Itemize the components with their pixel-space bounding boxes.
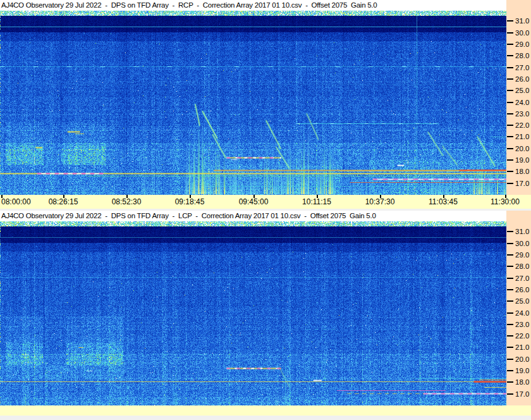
freq-tick-label: 31.0 [515,228,529,235]
time-tick-label: 10:37:30 [365,197,395,206]
freq-tick [507,113,513,114]
freq-tick-label: 24.0 [515,99,529,106]
freq-tick [507,90,513,91]
time-axis-bottom-clipped [0,405,531,416]
time-tick-label: 10:11:15 [302,197,331,206]
time-tick-label: 08:00:00 [1,197,31,206]
freq-tick-label: 26.0 [515,286,529,293]
freq-tick-label: 25.0 [515,297,529,305]
freq-tick-label: 25.0 [515,87,529,94]
freq-tick-label: 26.0 [515,75,529,83]
freq-tick [507,20,513,22]
freq-tick [507,243,513,244]
freq-tick [507,159,513,161]
time-tick-label: 11:30:00 [491,197,520,206]
spectrogram-lcp [0,221,506,405]
freq-tick-label: 30.0 [515,240,529,247]
freq-tick-label: 28.0 [515,262,529,270]
time-tick-label: 08:52:30 [112,197,142,206]
freq-tick [507,78,513,80]
freq-tick [507,300,513,302]
panel-title-lcp: AJ4CO Observatory 29 Jul 2022 - DPS on T… [0,211,506,221]
freq-tick-label: 29.0 [515,251,529,259]
freq-tick [507,370,513,371]
freq-tick-label: 23.0 [515,321,529,328]
freq-tick [507,55,513,56]
freq-tick [507,171,513,172]
frequency-axis-lcp: 31.030.029.028.027.026.025.024.023.022.0… [506,211,531,405]
spectrogram-rcp [0,11,506,195]
frequency-axis-rcp: 31.030.029.028.027.026.025.024.023.022.0… [506,0,531,195]
freq-tick [507,324,513,325]
freq-tick-label: 27.0 [515,275,529,282]
freq-tick [507,393,513,395]
freq-tick-label: 20.0 [515,355,529,363]
freq-tick [507,67,513,68]
freq-tick [507,347,513,348]
time-tick-label: 09:18:45 [175,197,205,206]
freq-tick-label: 21.0 [515,133,529,140]
freq-tick [507,125,513,126]
freq-tick-label: 30.0 [515,29,529,37]
freq-tick [507,312,513,314]
freq-tick [507,266,513,267]
freq-tick [507,44,513,45]
freq-tick [507,289,513,290]
freq-tick-label: 31.0 [515,17,529,25]
freq-tick-label: 21.0 [515,343,529,351]
freq-tick [507,335,513,337]
freq-tick-label: 17.0 [515,390,529,398]
freq-tick [507,148,513,149]
freq-tick [507,254,513,256]
freq-tick-label: 19.0 [515,156,529,164]
freq-tick-label: 18.0 [515,168,529,175]
freq-tick-label: 28.0 [515,52,529,59]
panel-title-rcp: AJ4CO Observatory 29 Jul 2022 - DPS on T… [0,0,506,11]
freq-tick-label: 18.0 [515,378,529,386]
freq-tick-label: 20.0 [515,145,529,152]
freq-tick-label: 27.0 [515,64,529,71]
freq-tick-label: 23.0 [515,110,529,118]
freq-tick-label: 22.0 [515,121,529,129]
freq-tick [507,381,513,383]
time-tick-label: 08:26:15 [49,197,78,206]
freq-tick-label: 24.0 [515,309,529,317]
freq-tick-label: 22.0 [515,332,529,340]
freq-tick [507,32,513,34]
freq-tick [507,359,513,360]
freq-tick [507,231,513,232]
time-axis: 08:00:0008:26:1508:52:3009:18:4509:45:00… [0,195,531,209]
freq-tick-label: 17.0 [515,180,529,187]
freq-tick [507,278,513,279]
freq-tick-label: 19.0 [515,367,529,374]
time-tick-label: 09:45:00 [239,197,269,206]
time-tick-label: 11:03:45 [429,197,458,206]
freq-tick [507,102,513,103]
freq-tick-label: 29.0 [515,40,529,48]
freq-tick [507,136,513,137]
freq-tick [507,183,513,184]
spectrograph-window: AJ4CO Observatory 29 Jul 2022 - DPS on T… [0,0,531,420]
bottom-strip [0,416,531,420]
